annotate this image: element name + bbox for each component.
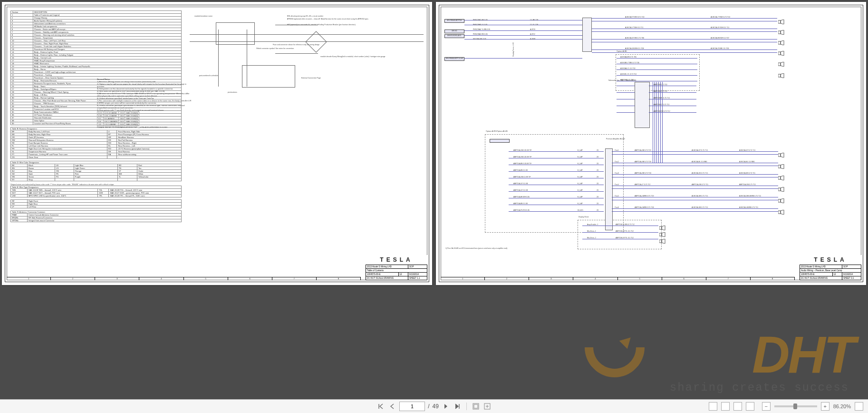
svg-rect-16 (474, 404, 478, 408)
pdf-page-1[interactable]: SectionDESCRIPTION 1Table of Contents an… (2, 2, 432, 285)
thumbnail-view-button[interactable] (746, 402, 754, 411)
fit-page-button[interactable] (483, 402, 492, 411)
prev-page-button[interactable] (388, 402, 396, 411)
zoom-value: 86.20% (833, 403, 851, 409)
watermark-arc-icon (572, 305, 657, 390)
antenna-table: Table G: Antenna / Connector Common FMAT… (10, 210, 182, 222)
speaker-icon (778, 60, 785, 65)
single-page-view-button[interactable] (709, 402, 717, 411)
speaker-icon (778, 185, 785, 190)
title-block: TESLA 2013 Model S Wiring LHDSOP Audio W… (800, 255, 861, 280)
next-page-button[interactable] (442, 402, 450, 411)
first-page-button[interactable] (376, 402, 385, 411)
speaker-icon (659, 237, 666, 242)
page-number-input[interactable] (399, 402, 425, 411)
legend-diagram: module/simulation name EN5–A subsystem g… (190, 10, 424, 134)
colors-table: Table D: Wire Color Designators BKBlackL… (10, 161, 182, 181)
harness-table: Table B: Harness Designators BFBody Harn… (10, 127, 182, 159)
speaker-icon (778, 197, 785, 201)
svg-rect-12 (659, 226, 662, 229)
last-page-button[interactable] (453, 402, 462, 411)
fullscreen-button[interactable] (855, 402, 863, 411)
speaker-icon (778, 162, 785, 167)
general-notes: General Notes 1) Antennas (Wiring) shown… (97, 78, 192, 128)
connector-box (490, 139, 510, 143)
actual-size-button[interactable] (472, 402, 480, 411)
premium-amp-chip (605, 148, 613, 230)
zoom-out-button[interactable]: − (762, 402, 771, 411)
svg-rect-0 (778, 20, 781, 23)
schematic-area: BFE PREMIUMOPTNH BFE HD BFESOUNDNO-ANTL … (444, 10, 858, 256)
speaker-icon (778, 39, 785, 43)
watermark-arrow-icon (619, 334, 635, 349)
speaker-icon (659, 224, 666, 228)
connector-box: BFESOUNDNO-ANTL (444, 34, 464, 38)
viewer-chrome: DHT sharing creates success / 49 (0, 287, 868, 413)
speaker-icon (659, 230, 666, 235)
speaker-icon (778, 151, 785, 156)
svg-rect-3 (778, 52, 781, 55)
speaker-icon (778, 18, 785, 22)
ghost-caption: sharing creates success (670, 381, 849, 394)
svg-rect-4 (778, 63, 781, 66)
footnote: 1) Pins 1A-1G-8D are ECU-terminated line… (445, 247, 508, 249)
zoom-slider[interactable] (774, 405, 817, 407)
wiretypes-table: Table E: Wire Type Designators THNSAE J1… (10, 186, 182, 197)
svg-rect-11 (778, 211, 781, 214)
connector-box: BFE HD (444, 30, 464, 33)
tuner-chip (582, 18, 592, 52)
zoom-controls: − + 86.20% (709, 400, 863, 413)
speaker-icon (778, 49, 785, 54)
svg-rect-5 (778, 74, 781, 77)
page-total: 49 (432, 403, 438, 410)
pdf-page-2[interactable]: BFE PREMIUMOPTNH BFE HD BFESOUNDNO-ANTL … (436, 2, 866, 285)
options-group-lower (485, 134, 624, 233)
speaker-icon (778, 28, 785, 33)
svg-rect-13 (659, 233, 662, 236)
brand-logo: TESLA (800, 255, 861, 265)
watermark-text: DHT (752, 324, 854, 384)
zoom-in-button[interactable]: + (821, 402, 829, 411)
zone-ruler: 12345678 (441, 277, 795, 280)
svg-rect-10 (778, 199, 781, 202)
title-block: TESLA 2013 Model S Wiring LHDSOP Table o… (366, 255, 427, 280)
svg-rect-9 (778, 188, 781, 191)
continuous-view-button[interactable] (733, 402, 742, 411)
zone-ruler: 12345678 (7, 277, 361, 280)
connector-box: BFE PREMIUMOPTNH (444, 19, 464, 23)
speaker-icon (778, 174, 785, 178)
page-separator: / (428, 403, 429, 410)
svg-rect-14 (659, 240, 662, 243)
svg-rect-7 (778, 165, 781, 168)
speaker-icon (778, 208, 785, 213)
svg-rect-8 (778, 177, 781, 179)
svg-rect-6 (778, 154, 781, 157)
svg-rect-2 (778, 41, 781, 44)
connector-box: BFE-PREMIUMOPT-KI-HD (444, 57, 464, 61)
brand-logo: TESLA (366, 255, 427, 265)
speaker-icon (778, 71, 785, 76)
svg-rect-1 (778, 31, 781, 34)
side-table: RFRight FrontRRRight RearLFLeft Rear (10, 199, 182, 208)
two-page-view-button[interactable] (721, 402, 730, 411)
subwoofer-chip (635, 82, 650, 128)
